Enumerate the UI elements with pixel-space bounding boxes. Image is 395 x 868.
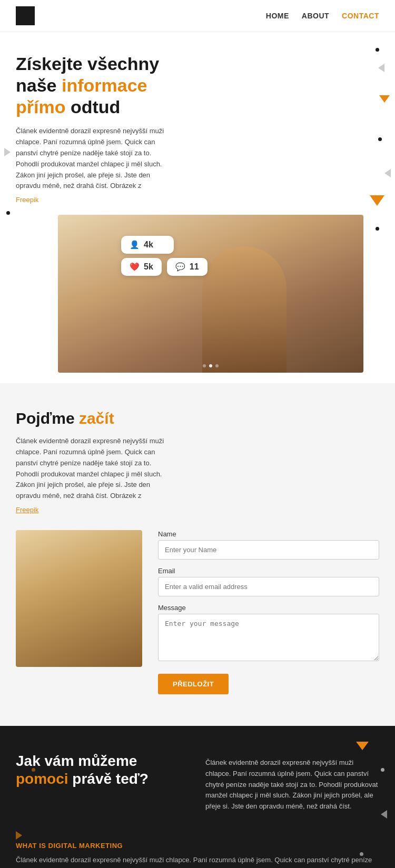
faq-answer-0: Článek evidentně dorazil expresně nejvyš… — [16, 855, 379, 868]
contact-form: Name Email Message PŘEDLOŽIT — [158, 530, 379, 694]
message-label: Message — [158, 604, 379, 612]
email-input[interactable] — [158, 577, 379, 596]
deco-dot-2 — [378, 137, 382, 141]
message-group: Message — [158, 604, 379, 663]
deco-tri-4 — [370, 195, 384, 206]
deco-dot-left-1 — [6, 211, 10, 215]
deco-tri-left-1 — [4, 148, 11, 156]
dark-right-col: Článek evidentně dorazil expresně nejvyš… — [205, 752, 379, 812]
name-group: Name — [158, 530, 379, 560]
social-bubbles: 👤 4k ❤️ 5k 💬 11 — [121, 236, 208, 276]
form-area: Name Email Message PŘEDLOŽIT — [16, 530, 379, 705]
name-input[interactable] — [158, 540, 379, 560]
dark-deco-dot-1 — [381, 768, 384, 772]
hero-section: Získejte všechny naše informace přímo od… — [0, 32, 395, 383]
faq-section: WHAT IS DIGITAL MARKETING Článek evident… — [16, 833, 379, 868]
hero-title: Získejte všechny naše informace přímo od… — [16, 53, 195, 117]
hero-description: Článek evidentně dorazil expresně nejvyš… — [16, 126, 174, 192]
dark-grid: Jak vám můžeme pomoci právě teď? Článek … — [16, 752, 379, 812]
email-group: Email — [158, 567, 379, 596]
dark-description: Článek evidentně dorazil expresně nejvyš… — [205, 757, 379, 812]
deco-tri-1 — [378, 64, 384, 72]
dark-deco-tri-left — [16, 831, 22, 840]
bubble-likes: ❤️ 5k — [121, 258, 162, 276]
navigation: HOME ABOUT CONTACT — [0, 0, 395, 32]
followers-count: 4k — [144, 240, 153, 250]
nav-link-about[interactable]: ABOUT — [302, 12, 329, 20]
faq-item-0: WHAT IS DIGITAL MARKETING Článek evident… — [16, 833, 379, 868]
hero-image: 👤 4k ❤️ 5k 💬 11 — [58, 215, 363, 373]
nav-link-home[interactable]: HOME — [266, 12, 289, 20]
bubble-comments: 💬 11 — [167, 258, 208, 276]
comments-count: 11 — [190, 262, 199, 272]
logo — [16, 6, 35, 25]
dark-deco-tri-1 — [356, 742, 369, 750]
likes-count: 5k — [144, 262, 153, 272]
dark-deco-tri-2 — [381, 810, 387, 819]
hero-content: Získejte všechny naše informace přímo od… — [16, 53, 195, 204]
comments-icon: 💬 — [175, 262, 185, 272]
form-image — [16, 530, 142, 667]
getstarted-title: Pojďme začít — [16, 410, 379, 427]
bubble-followers: 👤 4k — [121, 236, 174, 254]
message-textarea[interactable] — [158, 614, 379, 661]
form-image-inner — [16, 530, 142, 667]
likes-icon: ❤️ — [130, 262, 140, 272]
hero-link[interactable]: Freepik — [16, 196, 38, 204]
deco-tri-2 — [379, 95, 390, 103]
getstarted-text: Článek evidentně dorazil expresně nejvyš… — [16, 436, 174, 502]
dark-section: Jak vám můžeme pomoci právě teď? Článek … — [0, 726, 395, 868]
email-label: Email — [158, 567, 379, 575]
bubble-row-2: ❤️ 5k 💬 11 — [121, 258, 208, 276]
deco-tri-3 — [384, 169, 391, 177]
nav-link-contact[interactable]: CONTACT — [342, 12, 379, 20]
submit-button[interactable]: PŘEDLOŽIT — [158, 674, 229, 694]
getstarted-section: Pojďme začít Článek evidentně dorazil ex… — [0, 383, 395, 726]
dark-deco-dot-left — [32, 768, 35, 772]
image-dots — [203, 364, 219, 367]
deco-dot-3 — [376, 227, 379, 231]
faq-question-0[interactable]: WHAT IS DIGITAL MARKETING — [16, 842, 379, 850]
dark-left-col: Jak vám můžeme pomoci právě teď? — [16, 752, 190, 812]
dark-title: Jak vám můžeme pomoci právě teď? — [16, 752, 190, 787]
section2-link[interactable]: Freepik — [16, 506, 38, 514]
deco-dot-1 — [376, 48, 379, 52]
followers-icon: 👤 — [130, 240, 140, 250]
nav-links: HOME ABOUT CONTACT — [266, 12, 379, 20]
name-label: Name — [158, 530, 379, 538]
dark-deco-dot-2 — [360, 852, 363, 856]
